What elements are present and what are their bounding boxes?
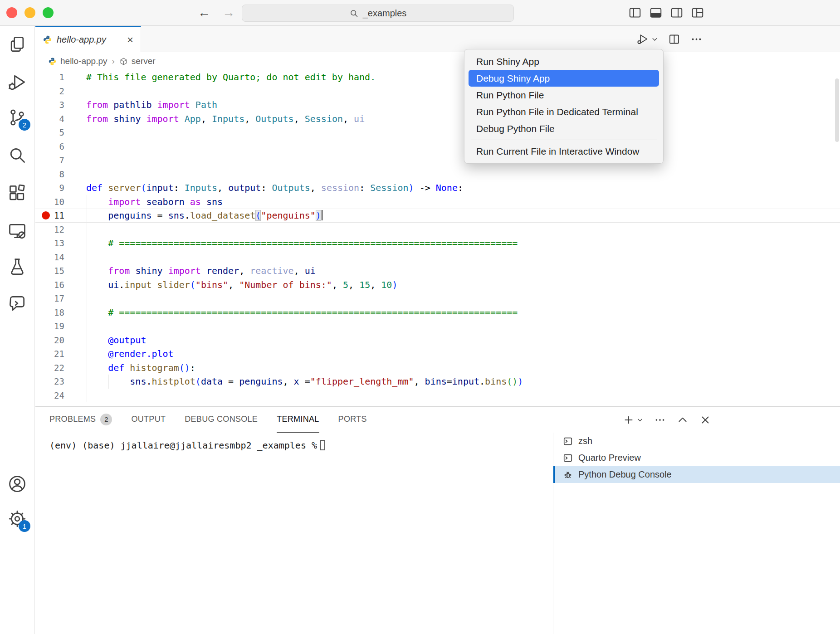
breakpoint-dot[interactable]	[42, 211, 50, 219]
minimize-window-button[interactable]	[24, 7, 35, 18]
menu-item-run-python-file[interactable]: Run Python File	[469, 87, 659, 103]
breadcrumb-file[interactable]: hello-app.py	[60, 56, 107, 66]
gutter[interactable]: 21	[35, 347, 86, 361]
code-text[interactable]	[86, 140, 840, 154]
terminal-tab-zsh[interactable]: zsh	[553, 433, 840, 449]
gutter[interactable]: 8	[35, 167, 86, 181]
code-text[interactable]	[86, 223, 840, 237]
search-sidebar-icon[interactable]	[7, 145, 27, 165]
panel-tab-terminal[interactable]: TERMINAL	[277, 407, 319, 433]
code-text[interactable]: from shiny import render, reactive, ui	[86, 264, 840, 278]
panel-tab-ports[interactable]: PORTS	[338, 407, 367, 433]
code-line-22[interactable]: 22 def histogram():	[35, 361, 840, 375]
code-text[interactable]: import seaborn as sns	[86, 195, 840, 209]
code-text[interactable]: # This file generated by Quarto; do not …	[86, 70, 840, 84]
customize-layout-icon[interactable]	[691, 6, 704, 20]
code-line-9[interactable]: 9def server(input: Inputs, output: Outpu…	[35, 181, 840, 195]
gutter[interactable]: 22	[35, 361, 86, 375]
close-panel-icon[interactable]	[699, 414, 711, 426]
gutter[interactable]: 1	[35, 70, 86, 84]
panel-tab-output[interactable]: OUTPUT	[131, 407, 166, 433]
code-text[interactable]: # ======================================…	[86, 306, 840, 320]
toggle-panel-icon[interactable]	[649, 6, 663, 20]
code-line-20[interactable]: 20 @output	[35, 333, 840, 347]
command-center-search[interactable]: _examples	[242, 5, 514, 22]
code-area[interactable]: 1# This file generated by Quarto; do not…	[35, 70, 840, 406]
menu-item-debug-python-file[interactable]: Debug Python File	[469, 120, 659, 137]
close-window-button[interactable]	[6, 7, 17, 18]
menu-item-run-python-file-in-dedicated-terminal[interactable]: Run Python File in Dedicated Terminal	[469, 103, 659, 120]
editor-scrollbar[interactable]	[835, 78, 839, 142]
code-line-11[interactable]: 11 penguins = sns.load_dataset("penguins…	[35, 209, 840, 223]
gutter[interactable]: 6	[35, 140, 86, 154]
code-text[interactable]	[86, 84, 840, 98]
testing-icon[interactable]	[7, 257, 27, 277]
gutter[interactable]: 2	[35, 84, 86, 98]
more-actions-icon[interactable]	[690, 33, 703, 45]
code-line-24[interactable]: 24	[35, 389, 840, 403]
gutter[interactable]: 19	[35, 319, 86, 333]
code-text[interactable]: @render.plot	[86, 347, 840, 361]
code-line-12[interactable]: 12	[35, 223, 840, 237]
gutter[interactable]: 20	[35, 333, 86, 347]
gutter[interactable]: 14	[35, 250, 86, 264]
code-line-4[interactable]: 4from shiny import App, Inputs, Outputs,…	[35, 112, 840, 126]
navigate-forward-button[interactable]: →	[222, 5, 235, 20]
gutter[interactable]: 7	[35, 153, 86, 167]
tab-close-icon[interactable]: ×	[127, 34, 133, 46]
code-line-5[interactable]: 5	[35, 126, 840, 140]
code-text[interactable]	[86, 153, 840, 167]
code-line-15[interactable]: 15 from shiny import render, reactive, u…	[35, 264, 840, 278]
gutter[interactable]: 24	[35, 389, 86, 403]
gutter[interactable]: 18	[35, 306, 86, 320]
menu-item-run-current-file-in-interactive-window[interactable]: Run Current File in Interactive Window	[469, 143, 659, 160]
code-text[interactable]: sns.histplot(data = penguins, x ="flippe…	[86, 375, 840, 389]
settings-gear-icon[interactable]: 1	[7, 509, 27, 529]
menu-item-run-shiny-app[interactable]: Run Shiny App	[469, 53, 659, 70]
code-line-3[interactable]: 3from pathlib import Path	[35, 98, 840, 112]
extensions-icon[interactable]	[7, 183, 27, 203]
panel-tab-problems[interactable]: PROBLEMS2	[49, 407, 112, 433]
gutter[interactable]: 4	[35, 112, 86, 126]
code-text[interactable]: ui.input_slider("bins", "Number of bins:…	[86, 278, 840, 292]
navigate-back-button[interactable]: ←	[198, 5, 210, 20]
split-editor-icon[interactable]	[668, 33, 680, 45]
code-text[interactable]	[86, 389, 840, 403]
code-line-19[interactable]: 19	[35, 319, 840, 333]
code-line-2[interactable]: 2	[35, 84, 840, 98]
code-text[interactable]: penguins = sns.load_dataset("penguins")	[86, 209, 840, 223]
gutter[interactable]: 16	[35, 278, 86, 292]
code-line-7[interactable]: 7	[35, 153, 840, 167]
gutter[interactable]: 11	[35, 209, 86, 223]
zoom-window-button[interactable]	[43, 7, 54, 18]
menu-item-debug-shiny-app[interactable]: Debug Shiny App	[469, 70, 659, 87]
code-text[interactable]: from pathlib import Path	[86, 98, 840, 112]
new-terminal-button[interactable]	[623, 414, 643, 426]
gutter[interactable]: 5	[35, 126, 86, 140]
panel-tab-debug-console[interactable]: DEBUG CONSOLE	[185, 407, 258, 433]
toggle-primary-sidebar-icon[interactable]	[628, 6, 642, 20]
gutter[interactable]: 15	[35, 264, 86, 278]
code-text[interactable]: # ======================================…	[86, 236, 840, 250]
gutter[interactable]: 13	[35, 236, 86, 250]
code-line-1[interactable]: 1# This file generated by Quarto; do not…	[35, 70, 840, 84]
code-line-8[interactable]: 8	[35, 167, 840, 181]
terminal-view[interactable]: (env) (base) jjallaire@jjallairesmbp2 _e…	[35, 433, 552, 634]
gutter[interactable]: 12	[35, 223, 86, 237]
tab-hello-app[interactable]: hello-app.py ×	[35, 26, 141, 52]
code-text[interactable]: @output	[86, 333, 840, 347]
code-line-6[interactable]: 6	[35, 140, 840, 154]
comments-icon[interactable]	[7, 293, 27, 313]
code-text[interactable]	[86, 250, 840, 264]
code-line-14[interactable]: 14	[35, 250, 840, 264]
gutter[interactable]: 3	[35, 98, 86, 112]
breadcrumb-symbol[interactable]: server	[132, 56, 156, 66]
code-line-10[interactable]: 10 import seaborn as sns	[35, 195, 840, 209]
code-line-23[interactable]: 23 sns.histplot(data = penguins, x ="fli…	[35, 375, 840, 389]
code-text[interactable]: from shiny import App, Inputs, Outputs, …	[86, 112, 840, 126]
code-line-13[interactable]: 13 # ===================================…	[35, 236, 840, 250]
code-text[interactable]	[86, 292, 840, 306]
code-line-17[interactable]: 17	[35, 292, 840, 306]
gutter[interactable]: 9	[35, 181, 86, 195]
code-line-21[interactable]: 21 @render.plot	[35, 347, 840, 361]
